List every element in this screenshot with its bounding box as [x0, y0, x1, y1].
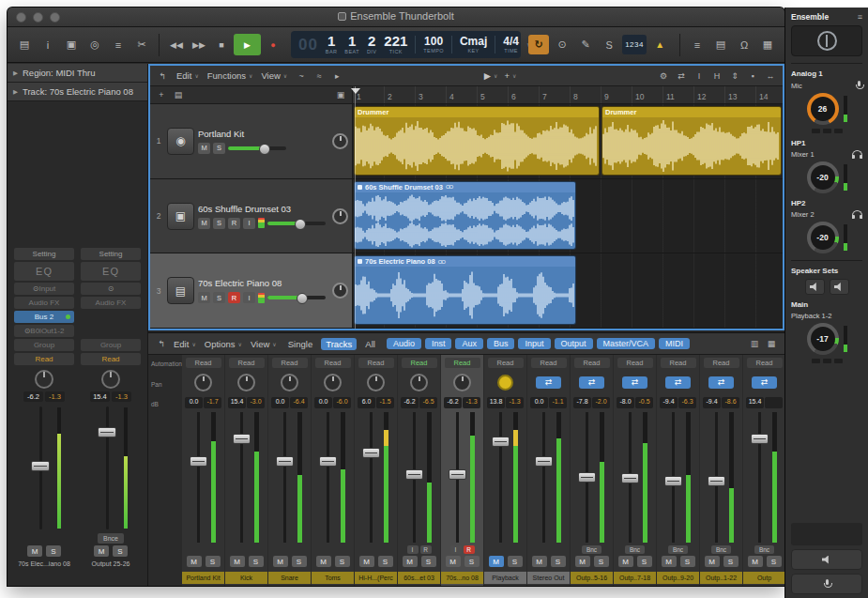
- speaker-set-2-button[interactable]: [830, 279, 849, 295]
- playhead[interactable]: [355, 86, 356, 329]
- pan-control[interactable]: [536, 376, 561, 389]
- channel-option-button[interactable]: Bnc: [711, 545, 731, 554]
- channel-fader[interactable]: [441, 412, 483, 543]
- strip-slot[interactable]: [81, 311, 141, 323]
- hamburger-menu-icon[interactable]: ≡: [858, 12, 862, 22]
- channel-name[interactable]: Kick: [225, 572, 267, 584]
- track-control-button[interactable]: S: [213, 292, 225, 303]
- peak-value[interactable]: -6.4: [290, 397, 308, 408]
- fader-cap[interactable]: [405, 469, 423, 480]
- mute-solo-button[interactable]: M: [359, 556, 374, 567]
- list-editors-button[interactable]: ≡: [687, 35, 708, 54]
- volume-value[interactable]: -6.2: [444, 397, 462, 408]
- strip-slot[interactable]: EQ: [81, 262, 141, 281]
- automation-mode-button[interactable]: Read: [661, 358, 696, 368]
- strip-slot[interactable]: Audio FX: [14, 297, 74, 309]
- region[interactable]: Drummer: [602, 106, 782, 176]
- track-header[interactable]: 3 ▤ 70s Electric Piano 08 MSRI: [150, 253, 353, 328]
- volume-value[interactable]: -8.0: [617, 397, 634, 408]
- record-button[interactable]: ●: [263, 35, 283, 54]
- command-tool-menu[interactable]: +∨: [504, 70, 516, 81]
- talkback-button[interactable]: [791, 574, 862, 594]
- mute-solo-button[interactable]: M: [403, 556, 418, 567]
- midi-catch-icon[interactable]: ↰: [157, 71, 168, 81]
- hp1-source-label[interactable]: Mixer 1: [791, 150, 815, 159]
- pan-control[interactable]: [367, 374, 385, 391]
- track-lane[interactable]: 60s Shuffle Drumset 03 OO: [353, 179, 783, 253]
- mute-solo-button[interactable]: M: [273, 556, 288, 567]
- fader-cap[interactable]: [751, 434, 769, 444]
- strip-slot[interactable]: Setting: [81, 248, 141, 260]
- peak-value[interactable]: -6.5: [419, 397, 437, 408]
- menu-button[interactable]: View∨: [251, 339, 277, 349]
- bounce-button[interactable]: Bnce: [98, 533, 124, 544]
- track-volume-slider[interactable]: [267, 296, 326, 299]
- pan-control[interactable]: [237, 374, 255, 391]
- lcd-field[interactable]: 1 BAR: [326, 34, 338, 55]
- pan-control[interactable]: [194, 374, 212, 391]
- mute-solo-button[interactable]: M: [94, 545, 109, 557]
- peak-value[interactable]: -2.0: [592, 397, 610, 408]
- track-control-button[interactable]: S: [213, 218, 225, 229]
- pan-control[interactable]: [410, 374, 428, 391]
- zoom-h-icon[interactable]: H: [711, 71, 723, 81]
- mic-icon[interactable]: [856, 81, 862, 90]
- library-icon[interactable]: ▤: [14, 35, 35, 54]
- mute-solo-button[interactable]: S: [378, 556, 393, 567]
- pan-control[interactable]: [324, 374, 342, 391]
- mute-solo-button[interactable]: M: [27, 545, 42, 557]
- rewind-button[interactable]: ◀◀: [166, 35, 187, 54]
- mute-solo-button[interactable]: S: [637, 556, 652, 567]
- disclosure-triangle-icon[interactable]: ▶: [13, 88, 18, 96]
- strip-slot[interactable]: Bus 2: [14, 311, 74, 323]
- channel-name[interactable]: Outp..9-20: [657, 572, 699, 584]
- mute-solo-button[interactable]: M: [618, 556, 633, 567]
- strip-slot[interactable]: [81, 325, 141, 337]
- mute-solo-button[interactable]: M: [230, 556, 245, 567]
- mute-solo-button[interactable]: M: [748, 556, 763, 567]
- menu-button[interactable]: Options∨: [205, 339, 242, 349]
- hp2-level-knob[interactable]: -20: [807, 222, 839, 253]
- mic-gain-knob[interactable]: 26: [807, 93, 839, 125]
- pan-control[interactable]: [622, 376, 647, 389]
- channel-name[interactable]: Hi-H...(Perc: [355, 572, 397, 584]
- track-control-button[interactable]: M: [198, 143, 210, 154]
- fader-cap[interactable]: [276, 456, 294, 467]
- peak-value[interactable]: -8.6: [722, 397, 739, 408]
- channel-option-button[interactable]: R: [420, 545, 432, 554]
- lcd-display[interactable]: 00 1 BAR 1 BEAT: [291, 31, 521, 58]
- toolb-icon[interactable]: ▣: [61, 35, 82, 54]
- peak-value[interactable]: -1.5: [376, 397, 394, 408]
- automation-mode-button[interactable]: Read: [488, 358, 524, 368]
- region[interactable]: 60s Shuffle Drumset 03 OO: [354, 181, 576, 251]
- volume-value[interactable]: 15.4: [228, 397, 246, 408]
- lcd-field[interactable]: 1 BEAT: [344, 34, 359, 55]
- track-icon[interactable]: ▤: [167, 277, 194, 304]
- mute-solo-button[interactable]: S: [551, 556, 566, 567]
- strip-slot[interactable]: Input: [14, 283, 74, 295]
- mixer-window-icon[interactable]: ▦: [766, 339, 777, 348]
- main-source-label[interactable]: Playback 1-2: [791, 312, 831, 320]
- lcd-field[interactable]: 100 TEMPO: [415, 36, 444, 54]
- channel-filter-button[interactable]: MIDI: [659, 338, 690, 349]
- track-lane[interactable]: Drummer: [353, 104, 783, 178]
- automation-mode-button[interactable]: Read: [574, 358, 610, 368]
- pan-control[interactable]: [281, 374, 298, 391]
- mixer-view-button[interactable]: Tracks: [321, 338, 357, 350]
- volume-value[interactable]: 15.4: [90, 391, 110, 402]
- bar-ruler[interactable]: 1234567891011121314: [353, 86, 783, 103]
- volume-value[interactable]: -7.8: [573, 397, 591, 408]
- track-name[interactable]: Portland Kit: [198, 129, 328, 139]
- channel-fader[interactable]: [743, 412, 784, 543]
- menu-button[interactable]: View∨: [261, 70, 287, 81]
- tuner-button[interactable]: ▲: [649, 35, 670, 54]
- track-pan-knob[interactable]: [332, 208, 348, 224]
- pan-control[interactable]: [665, 376, 691, 389]
- volume-value[interactable]: 0.0: [271, 397, 289, 408]
- channel-name[interactable]: Outp..5-16: [571, 572, 613, 584]
- channel-option-button[interactable]: R: [464, 545, 475, 554]
- peak-value[interactable]: -1.7: [204, 397, 221, 408]
- mute-solo-button[interactable]: M: [532, 556, 547, 567]
- volume-value[interactable]: -6.2: [23, 391, 43, 402]
- automation-mode-button[interactable]: Read: [402, 358, 437, 368]
